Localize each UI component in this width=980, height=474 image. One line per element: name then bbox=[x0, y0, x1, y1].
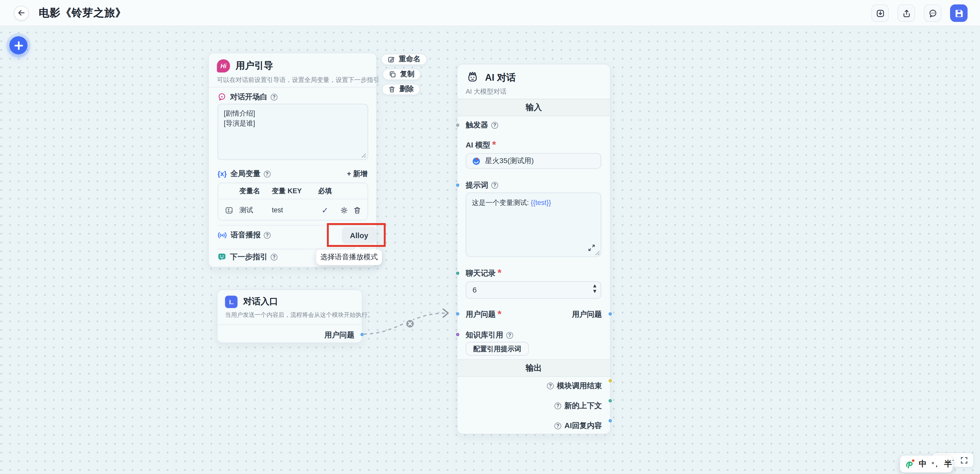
back-button[interactable] bbox=[14, 5, 29, 21]
menu-item-duplicate[interactable]: 复制 bbox=[382, 68, 420, 80]
ime-punct-toggle[interactable]: °， bbox=[932, 460, 939, 468]
menu-item-rename[interactable]: 重命名 bbox=[381, 53, 427, 65]
help-icon[interactable]: ? bbox=[506, 332, 513, 339]
node-title: AI 对话 bbox=[485, 72, 515, 83]
gear-icon[interactable] bbox=[340, 206, 348, 214]
save-button[interactable] bbox=[950, 4, 968, 22]
help-icon[interactable]: ? bbox=[492, 121, 498, 129]
port-prompt-in[interactable] bbox=[456, 183, 459, 186]
history-input[interactable] bbox=[466, 281, 601, 299]
edit-icon bbox=[388, 56, 395, 63]
help-icon[interactable]: ? bbox=[270, 253, 277, 260]
resize-handle-icon[interactable] bbox=[361, 153, 366, 158]
stepper-down-icon[interactable]: ▼ bbox=[593, 289, 596, 293]
trash-icon[interactable] bbox=[353, 206, 361, 214]
top-bar: 电影《铃芽之旅》 bbox=[0, 0, 980, 26]
col-name: 变量名 bbox=[239, 186, 272, 196]
add-variable-label: 新增 bbox=[353, 170, 368, 177]
help-icon[interactable]: ? bbox=[547, 382, 554, 389]
question-label: 用户问题 bbox=[466, 309, 496, 320]
node-title: 对话入口 bbox=[243, 296, 278, 308]
export-icon bbox=[902, 8, 911, 18]
edge-delete-button[interactable] bbox=[405, 319, 415, 329]
robot-icon bbox=[466, 71, 479, 84]
node-user-guide[interactable]: Hi 用户引导 可以在对话前设置引导语，设置全局变量，设置下一步指引 对话开场白… bbox=[208, 52, 377, 267]
opening-textarea[interactable]: [剧情介绍] [导演是谁] bbox=[218, 104, 368, 159]
kb-config-button[interactable]: 配置引用提示词 bbox=[466, 342, 529, 356]
tts-tooltip: 选择语音播放模式 bbox=[316, 250, 382, 265]
variable-key: test bbox=[272, 206, 311, 214]
prompt-textarea[interactable]: 这是一个变量测试: {{test}} bbox=[466, 192, 601, 257]
help-icon[interactable]: ? bbox=[264, 170, 270, 177]
help-icon[interactable]: ? bbox=[554, 402, 562, 409]
menu-item-delete[interactable]: 删除 bbox=[382, 83, 420, 95]
port-trigger-in[interactable] bbox=[456, 124, 459, 126]
export-button[interactable] bbox=[897, 4, 915, 22]
output-row-finish: ? 模块调用结束 bbox=[547, 380, 602, 391]
model-select[interactable]: 星火35(测试用) bbox=[466, 153, 601, 169]
port-finish-out[interactable] bbox=[609, 379, 611, 382]
hi-bubble-icon: Hi bbox=[217, 59, 230, 73]
port-kb-in[interactable] bbox=[456, 333, 459, 336]
history-row: 聊天记录* bbox=[466, 268, 602, 278]
add-variable-button[interactable]: + 新增 bbox=[347, 169, 368, 178]
variables-table: 变量名 变量 KEY 必填 测试 test ✓ bbox=[218, 183, 368, 221]
node-ai-chat[interactable]: AI 对话 AI 大模型对话 输入 触发器 ? AI 模型* bbox=[457, 64, 611, 434]
port-question-in[interactable] bbox=[456, 312, 459, 315]
output-label: 模块调用结束 bbox=[557, 380, 602, 391]
next-guide-icon bbox=[218, 253, 226, 261]
opening-row: 对话开场白 ? bbox=[218, 92, 368, 102]
ime-width-toggle[interactable]: 半 bbox=[944, 459, 952, 469]
tts-voice-button[interactable]: Alloy bbox=[342, 227, 376, 244]
add-node-button[interactable] bbox=[10, 36, 27, 54]
feedback-button[interactable] bbox=[924, 4, 942, 22]
port-question-out[interactable] bbox=[609, 312, 611, 315]
stepper-up-icon[interactable]: ▲ bbox=[593, 284, 596, 288]
menu-item-label: 重命名 bbox=[399, 54, 420, 64]
input-section-label: 输入 bbox=[526, 102, 542, 113]
kb-label: 知识库引用 bbox=[466, 330, 503, 340]
divider bbox=[209, 87, 376, 87]
question-output-label: 用户问题 bbox=[572, 309, 602, 320]
ime-notification-dot bbox=[912, 459, 915, 461]
text-cursor-icon: I.. bbox=[225, 296, 237, 308]
fullscreen-icon[interactable] bbox=[960, 456, 968, 464]
node-ai-chat-header: AI 对话 AI 大模型对话 bbox=[457, 64, 610, 101]
tts-label: 语音播报 bbox=[231, 230, 261, 240]
port-answer-out[interactable] bbox=[609, 419, 611, 422]
help-icon[interactable]: ? bbox=[492, 181, 498, 188]
flow-canvas[interactable]: Hi 用户引导 可以在对话前设置引导语，设置全局变量，设置下一步指引 对话开场白… bbox=[0, 26, 980, 474]
broadcast-icon bbox=[218, 231, 227, 239]
close-icon bbox=[407, 321, 412, 326]
prompt-text: 这是一个变量测试: bbox=[472, 199, 531, 206]
save-icon bbox=[954, 8, 964, 18]
input-type-icon bbox=[224, 206, 233, 214]
node-description: 当用户发送一个内容后，流程将会从这个模块开始执行。 bbox=[225, 311, 354, 319]
help-icon[interactable]: ? bbox=[270, 94, 277, 100]
node-chat-entry[interactable]: I.. 对话入口 当用户发送一个内容后，流程将会从这个模块开始执行。 用户问题 bbox=[217, 289, 363, 343]
variable-name: 测试 bbox=[239, 205, 272, 215]
tooltip-text: 选择语音播放模式 bbox=[320, 253, 378, 262]
variable-table-row: 测试 test ✓ bbox=[218, 199, 368, 221]
help-icon[interactable]: ? bbox=[554, 422, 562, 429]
entry-output-row: 用户问题 bbox=[218, 324, 362, 344]
model-label: AI 模型 bbox=[466, 140, 490, 150]
port-context-out[interactable] bbox=[609, 399, 611, 402]
node-user-guide-header: Hi 用户引导 可以在对话前设置引导语，设置全局变量，设置下一步指引 bbox=[209, 53, 376, 89]
resize-handle-icon[interactable] bbox=[595, 250, 600, 256]
edge-arrow-icon bbox=[443, 309, 448, 317]
edge-path bbox=[364, 313, 445, 334]
prompt-row: 提示词 ? bbox=[466, 180, 602, 190]
opening-textarea-wrap: [剧情介绍] [导演是谁] bbox=[218, 103, 368, 160]
port-user-question-out[interactable] bbox=[360, 333, 363, 336]
comment-icon bbox=[928, 8, 937, 18]
ime-lang-toggle[interactable]: 中 bbox=[919, 459, 927, 469]
spark-model-icon bbox=[472, 156, 481, 165]
ime-toolbar: 中 °， 半 bbox=[900, 456, 953, 472]
import-button[interactable] bbox=[871, 4, 889, 22]
kb-row: 知识库引用 ? bbox=[466, 330, 602, 340]
variables-table-header: 变量名 变量 KEY 必填 bbox=[218, 183, 368, 199]
help-icon[interactable]: ? bbox=[264, 232, 270, 239]
ime-logo-icon[interactable] bbox=[906, 460, 914, 468]
port-history-in[interactable] bbox=[456, 272, 459, 274]
